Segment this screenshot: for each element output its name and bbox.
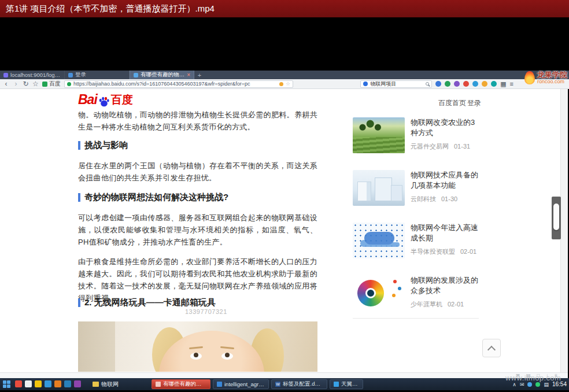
taskbar-window-baijiahao[interactable]: 有哪些有趣的物联网... [152,379,210,389]
window-label: 有哪些有趣的物联网... [163,380,206,388]
article-heading: 挑战与影响 [78,140,128,151]
back-icon[interactable]: ‹ [3,80,9,87]
baijiahao-page: Bai 百度 百度首页 登录 物。动物吃植物，而动物的排泄物为植物生长提供必需的… [0,89,568,372]
taskbar-window-word-doc[interactable]: W 标签及配置.docx - W... [271,379,327,389]
extension-icon-4[interactable] [463,81,469,87]
tab-close-icon[interactable]: × [187,72,190,78]
thumbnail-cloud-network [353,223,405,258]
baidu-logo[interactable]: Bai 百度 [78,92,133,108]
quicklaunch-icon-4[interactable] [45,380,51,387]
tab-favicon [3,73,8,77]
overlay-scrollbar[interactable] [552,197,561,239]
taskbar-item-label: 物联网 [101,380,119,389]
tab-login[interactable]: 登录 [65,71,130,79]
taskbar: 物联网 有哪些有趣的物联网... intelligent_agricult...… [0,378,569,390]
extension-icon-1[interactable] [435,81,441,87]
baidu-quick-icon [42,82,47,87]
eye-shape [190,353,202,360]
watermark-number: 13397707321 [185,308,227,315]
chevron-up-icon [487,345,496,353]
related-article-item[interactable]: 物联网的发展涉及的众多技术 少年涯草机02-01 [353,275,479,311]
baidu-paw-icon [98,96,110,108]
quicklaunch-icon-1[interactable] [15,380,22,387]
extension-icon-2[interactable] [445,81,450,87]
search-value: 物联网项目 [370,80,423,88]
flame-icon [524,71,535,84]
roncoo-logo: 龙果学院 roncoo.com [524,71,567,84]
terrace-shape [353,137,405,153]
dot-shape [398,287,401,290]
quicklaunch-icon-7[interactable] [74,380,81,387]
cloud-shape [364,232,394,245]
search-icon[interactable] [426,82,429,86]
tray-list-icon[interactable]: ▤ [544,382,549,387]
article-image-child [78,321,317,372]
page-tool-icon[interactable] [279,82,283,86]
quicklaunch-icon-6[interactable] [64,380,71,387]
browser-status-bar: ✉ ▤ □ ↓ ≡ [0,372,568,378]
related-article-item[interactable]: 物联网今年进入高速成长期 半导体投资联盟02-01 [353,223,479,258]
pupil-shape [225,353,230,357]
baidu-quick-button[interactable]: 百度 [42,80,61,88]
quick-launch-icons [15,380,81,387]
video-title-bar: 第1讲 项目介绍（本节不加密，普通播放器打开）.mp4 [0,0,569,17]
extension-icon-7[interactable] [491,81,497,87]
back-to-top-button[interactable] [482,339,501,357]
extension-icon-6[interactable] [482,81,487,87]
taskbar-item-iot[interactable]: 物联网 [93,380,119,389]
login-link[interactable]: 登录 [467,98,481,108]
quicklaunch-icon-3[interactable] [35,380,42,387]
related-date: 01-30 [441,195,457,202]
extension-icon-3[interactable] [454,81,460,87]
tab-baijiahao-active[interactable]: 有哪些有趣的物联网... × [130,71,194,79]
browser-toolbar: ‹ › ↻ ☆ 百度 https://baijiahao.baidu.com/s… [0,79,569,89]
taskbar-window-intelligent-agriculture[interactable]: intelligent_agricult... [213,379,269,389]
window-label: 天翼图... [341,380,359,388]
forward-icon[interactable]: › [13,80,19,87]
search-input[interactable]: 物联网项目 [360,80,432,88]
tab-localhost[interactable]: localhost:9001/logout [0,71,65,79]
baidu-paw-icon [363,82,368,86]
palm-trees-shape [356,120,382,134]
apps-grid-icon[interactable]: ▦ [500,80,506,88]
tray-icon-green[interactable] [535,382,540,387]
overlay-scrollbar-thumb[interactable] [553,204,559,230]
related-article-item[interactable]: 物联网改变农业的3种方式 元器件交易网01-31 [353,117,479,153]
thumbnail-rice-field [353,117,405,153]
tray-expand-icon[interactable]: ∧ [512,382,516,387]
menu-icon[interactable]: ≡ [510,80,513,87]
quicklaunch-icon-5[interactable] [54,380,61,387]
related-title: 物联网今年进入高速成长期 [411,223,479,243]
related-source: 元器件交易网 [411,143,449,150]
favorite-icon[interactable]: ☆ [32,80,39,87]
taskbar-window-tianyi[interactable]: 天翼图... [330,379,363,389]
related-title: 物联网的发展涉及的众多技术 [411,275,479,296]
tray-mail-icon[interactable]: ✉ [520,382,524,387]
related-source: 半导体投资联盟 [411,248,455,255]
baidu-logo-text: Bai [78,92,97,108]
related-meta: 少年涯草机02-01 [411,300,479,309]
video-filename: 第1讲 项目介绍（本节不加密，普通播放器打开）.mp4 [6,3,215,14]
window-label: intelligent_agricult... [224,381,265,387]
thumbnail-color-wheel [353,275,405,311]
related-source: 少年涯草机 [411,301,442,308]
baidu-home-link[interactable]: 百度首页 [438,98,466,108]
url-text: https://baijiahao.baidu.com/s?id=1610760… [73,81,277,87]
start-button[interactable] [3,380,10,388]
heading-text: 奇妙的物联网想法如何解决这种挑战? [84,192,228,203]
video-frame: 第1讲 项目介绍（本节不加密，普通播放器打开）.mp4 localhost:90… [0,0,569,392]
extension-icon-5[interactable] [472,81,478,87]
page-scrollbar[interactable] [560,89,568,372]
thumbnail-buildings [353,170,405,206]
refresh-icon[interactable]: ↻ [23,80,29,87]
related-article-item[interactable]: 物联网技术应具备的几项基本功能 云郎科技01-30 [353,170,479,206]
bookmark-star-icon[interactable]: ☆ [286,81,290,87]
quicklaunch-icon-2[interactable] [25,380,32,387]
pupil-shape [194,353,198,357]
new-tab-button[interactable]: + [194,71,205,79]
building-shape [391,185,402,201]
tray-icon-blue[interactable] [527,382,532,387]
address-bar[interactable]: https://baijiahao.baidu.com/s?id=1610760… [64,80,293,88]
related-meta: 元器件交易网01-31 [411,142,479,151]
dot-shape [393,280,397,283]
